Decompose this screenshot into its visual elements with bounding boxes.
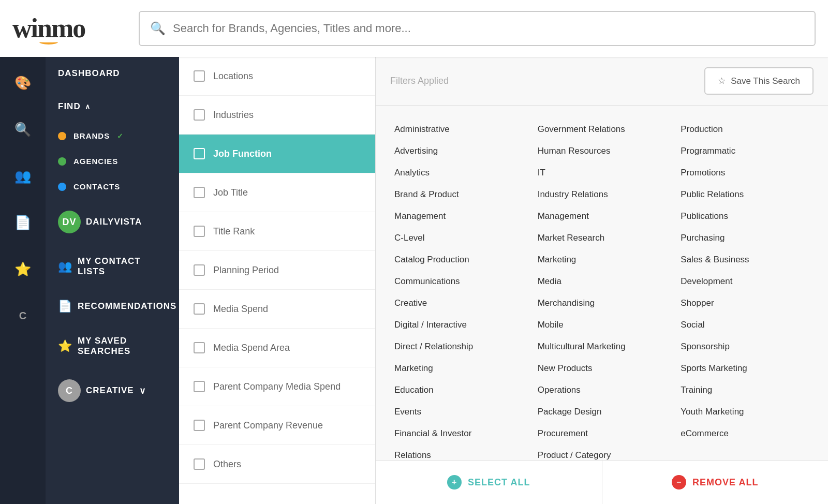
sidebar-item-dailyvista[interactable]: DV DAILYVISTA xyxy=(46,199,179,245)
remove-all-button[interactable]: − REMOVE ALL xyxy=(602,461,829,504)
option-item[interactable]: Communications xyxy=(392,272,525,291)
option-item[interactable]: Advertising xyxy=(392,142,525,160)
sidebar-icon-find[interactable]: 🔍 xyxy=(7,114,38,145)
sidebar-item-saved-searches[interactable]: ⭐ MY SAVED SEARCHES xyxy=(46,324,179,368)
search-input[interactable] xyxy=(173,22,804,35)
select-all-icon: + xyxy=(447,475,462,490)
options-actions: + SELECT ALL − REMOVE ALL xyxy=(376,460,828,504)
sidebar-item-recommendations[interactable]: 📄 RECOMMENDATIONS xyxy=(46,288,179,324)
sidebar-icon-creative[interactable]: C xyxy=(7,300,38,331)
option-item[interactable]: Shopper xyxy=(678,294,811,313)
sidebar-item-brands[interactable]: BRANDS ✓ xyxy=(46,123,179,149)
option-item[interactable]: Analytics xyxy=(392,164,525,182)
option-item[interactable]: Direct / Relationship xyxy=(392,337,525,356)
sidebar-item-contact-lists[interactable]: 👥 MY CONTACT LISTS xyxy=(46,245,179,288)
option-item[interactable]: Brand & Product xyxy=(392,185,525,204)
recommendations-label: RECOMMENDATIONS xyxy=(78,301,176,312)
filter-checkbox-job-title xyxy=(194,187,205,198)
option-item[interactable]: Youth Marketing xyxy=(678,403,811,421)
filter-item-media-spend[interactable]: Media Spend xyxy=(179,290,375,329)
option-item[interactable]: Sponsorship xyxy=(678,337,811,356)
sidebar-icon-saved-searches[interactable]: ⭐ xyxy=(7,254,38,285)
filter-item-industries[interactable]: Industries xyxy=(179,96,375,135)
option-item[interactable]: Education xyxy=(392,381,525,399)
option-item[interactable]: C-Level xyxy=(392,229,525,247)
filter-checkbox-industries xyxy=(194,109,205,121)
contacts-dot xyxy=(58,183,66,191)
filter-item-title-rank[interactable]: Title Rank xyxy=(179,212,375,251)
option-item[interactable]: Government Relations xyxy=(536,120,669,139)
filter-checkbox-parent-revenue xyxy=(194,420,205,431)
sidebar-icon-recommendations[interactable]: 📄 xyxy=(7,207,38,238)
option-item[interactable]: Promotions xyxy=(678,164,811,182)
sidebar-item-agencies[interactable]: AGENCIES xyxy=(46,149,179,174)
option-item[interactable]: Public Relations xyxy=(678,185,811,204)
option-item[interactable]: Training xyxy=(678,381,811,399)
option-item[interactable]: Programmatic xyxy=(678,142,811,160)
search-bar[interactable]: 🔍 xyxy=(139,11,816,46)
option-item[interactable]: Creative xyxy=(392,294,525,313)
sidebar-item-dashboard[interactable]: DASHBOARD xyxy=(46,57,179,90)
option-item[interactable]: Industry Relations xyxy=(536,185,669,204)
option-item[interactable]: Production xyxy=(678,120,811,139)
sidebar-item-creative[interactable]: C CREATIVE ∨ xyxy=(46,368,179,413)
option-item[interactable]: IT xyxy=(536,164,669,182)
option-item[interactable]: Management xyxy=(536,207,669,226)
option-item[interactable]: Catalog Production xyxy=(392,250,525,269)
filter-panel: Locations Industries Job Function Job Ti… xyxy=(179,57,376,504)
filter-item-job-title[interactable]: Job Title xyxy=(179,173,375,212)
remove-all-label: REMOVE ALL xyxy=(692,477,758,488)
option-item[interactable]: Procurement xyxy=(536,424,669,443)
option-item[interactable]: Administrative xyxy=(392,120,525,139)
save-search-button[interactable]: ☆ Save This Search xyxy=(704,67,814,95)
filter-item-parent-company-media-spend[interactable]: Parent Company Media Spend xyxy=(179,367,375,406)
option-item[interactable]: Product / Category xyxy=(536,446,669,460)
find-header[interactable]: FIND ∧ xyxy=(46,90,179,123)
option-item[interactable]: Mobile xyxy=(536,316,669,334)
filter-checkbox-planning-period xyxy=(194,264,205,276)
option-item[interactable]: Multicultural Marketing xyxy=(536,337,669,356)
filter-item-job-function[interactable]: Job Function xyxy=(179,135,375,173)
option-item[interactable]: Sales & Business xyxy=(678,250,811,269)
option-item[interactable]: New Products xyxy=(536,359,669,378)
option-item[interactable] xyxy=(678,446,811,460)
filter-item-media-spend-area[interactable]: Media Spend Area xyxy=(179,329,375,367)
saved-searches-icon: ⭐ xyxy=(58,339,72,353)
filter-checkbox-job-function xyxy=(194,148,205,159)
save-search-label: Save This Search xyxy=(731,76,800,86)
filter-label-job-title: Job Title xyxy=(213,187,248,198)
option-item[interactable]: Media xyxy=(536,272,669,291)
filter-item-parent-company-revenue[interactable]: Parent Company Revenue xyxy=(179,406,375,445)
option-item[interactable]: Social xyxy=(678,316,811,334)
sidebar-icon-contacts[interactable]: 👥 xyxy=(7,160,38,191)
filter-label-locations: Locations xyxy=(213,71,253,82)
option-item[interactable]: Management xyxy=(392,207,525,226)
option-item[interactable]: Digital / Interactive xyxy=(392,316,525,334)
option-item[interactable]: Market Research xyxy=(536,229,669,247)
search-icon: 🔍 xyxy=(150,21,166,36)
option-item[interactable]: Sports Marketing xyxy=(678,359,811,378)
filter-item-locations[interactable]: Locations xyxy=(179,57,375,96)
option-item[interactable]: Events xyxy=(392,403,525,421)
option-item[interactable]: Human Resources xyxy=(536,142,669,160)
option-item[interactable]: Operations xyxy=(536,381,669,399)
select-all-button[interactable]: + SELECT ALL xyxy=(376,461,602,504)
option-item[interactable]: Purchasing xyxy=(678,229,811,247)
filter-item-planning-period[interactable]: Planning Period xyxy=(179,251,375,290)
option-item[interactable]: Package Design xyxy=(536,403,669,421)
option-item[interactable]: Merchandising xyxy=(536,294,669,313)
body-area: 🎨 🔍 👥 📄 ⭐ C DASHBOARD FIND ∧ BRANDS ✓ xyxy=(0,57,828,504)
option-item[interactable]: eCommerce xyxy=(678,424,811,443)
option-item[interactable]: Publications xyxy=(678,207,811,226)
filter-item-others[interactable]: Others xyxy=(179,445,375,484)
filter-checkbox-media-spend-area xyxy=(194,342,205,353)
find-caret: ∧ xyxy=(85,102,91,111)
option-item[interactable]: Development xyxy=(678,272,811,291)
logo-text: winmo xyxy=(12,13,85,43)
option-item[interactable]: Relations xyxy=(392,446,525,460)
sidebar-icon-dashboard[interactable]: 🎨 xyxy=(7,67,38,98)
option-item[interactable]: Marketing xyxy=(392,359,525,378)
option-item[interactable]: Financial & Investor xyxy=(392,424,525,443)
option-item[interactable]: Marketing xyxy=(536,250,669,269)
sidebar-item-contacts[interactable]: CONTACTS xyxy=(46,174,179,199)
